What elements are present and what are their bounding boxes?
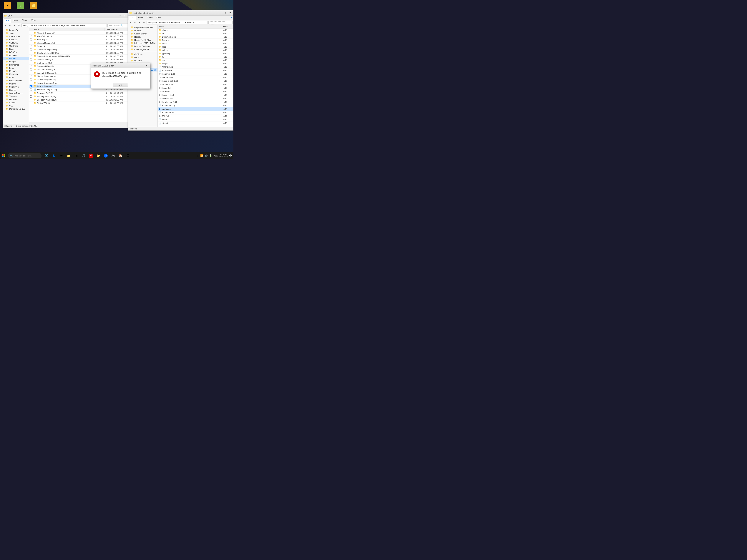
sidebar-item-lbthemes[interactable]: 📁 LBThemes (3, 63, 29, 66)
desktop-icon-folder[interactable]: 📁 (28, 2, 39, 9)
file-row-mednafenlck[interactable]: 📄mednafen.lck 4/11 (158, 111, 233, 114)
ok-button[interactable]: OK (113, 83, 128, 87)
taskbar-icon-cortana[interactable] (43, 152, 50, 159)
close-btn-mednafen[interactable]: ✕ (228, 11, 232, 15)
col-header-date-mednafen[interactable]: Date (222, 25, 233, 28)
tab-share-usa[interactable]: Share (20, 18, 29, 23)
sidebar-item-logs[interactable]: 📁 Logs (3, 66, 29, 70)
tray-expand[interactable]: ▲ (197, 155, 199, 157)
taskbar-icon-edge[interactable] (50, 152, 57, 159)
file-row-area51[interactable]: 📁Area 51(US) 4/11/2020 2:56 AM (29, 38, 132, 41)
sidebar-item-music[interactable]: 📁 Music (3, 76, 29, 79)
taskbar-icon-app2[interactable]: 📂 (95, 152, 102, 159)
sidebar-item-scummvm[interactable]: 📁 ScummVM (3, 85, 29, 88)
sidebar-item-holiday[interactable]: 📁 Holiday (128, 35, 157, 38)
sidebar-item-dragonball[interactable]: 📁 dragonball super sea... (128, 26, 157, 29)
sidebar-item-startupthemes[interactable]: 📁 StartupThemes (3, 91, 29, 95)
checkbox-marvel[interactable] (29, 75, 33, 77)
file-row-shining[interactable]: 📁Shining Wisdom(US) 4/11/2020 2:54 AM (29, 95, 132, 98)
tab-share-mednafen[interactable]: Share (145, 16, 154, 20)
file-row-blazing[interactable]: 📁Blazing Dragons(US) 4/11/2020 2:56 AM (29, 41, 132, 45)
maximize-btn-usa[interactable]: □ (123, 14, 127, 18)
col-header-name-mednafen[interactable]: Name (158, 25, 222, 28)
checkbox-albert[interactable] (29, 32, 33, 34)
sidebar-item-cdrdao[interactable]: 📁 CDRDAO (3, 41, 29, 44)
checkbox-legend[interactable] (29, 72, 33, 74)
file-row-stderr[interactable]: 📄stderr 4/11 (158, 118, 233, 122)
checkbox-residentnrg[interactable] (29, 88, 33, 91)
file-row-libiconv[interactable]: ⚙libiconv-2.dll 4/11 (158, 83, 233, 86)
file-row-striker[interactable]: 📁Striker '96(US) 4/11/2020 2:56 AM (29, 102, 132, 105)
sidebar-item-firmware-parent[interactable]: 📁 firmware (128, 29, 157, 32)
checkbox-striker[interactable] (29, 102, 33, 104)
file-row-ru[interactable]: 📁ru 4/11 (158, 55, 233, 58)
notification-icon[interactable]: 💬 (229, 154, 232, 157)
sidebar-item-goblinslayer[interactable]: 📁 Goblin Slayer (128, 32, 157, 35)
titlebar-usa[interactable]: 📁 USA ─ □ ✕ (3, 13, 132, 18)
tab-home-mednafen[interactable]: Home (136, 16, 145, 20)
up-btn-usa[interactable]: ▲ (12, 24, 16, 27)
taskbar-icon-mail[interactable]: ✉ (58, 152, 65, 159)
desktop-icon-utorrent[interactable]: μ (15, 2, 26, 9)
file-row-mednafen-exe[interactable]: ⚙mednafen 4/11 (158, 107, 233, 111)
sidebar-item-sounds[interactable]: 📁 Sounds (3, 88, 29, 91)
file-row-mcs[interactable]: 📁mcs 4/11 (158, 45, 233, 49)
sidebar-item-data-r[interactable]: 📁 Data (128, 56, 157, 59)
dialog-close-btn[interactable]: ✕ (144, 64, 148, 68)
tab-view-mednafen[interactable]: View (154, 16, 162, 20)
file-row-snaps[interactable]: 📁snaps 4/11 (158, 62, 233, 65)
search-box-mednafen[interactable]: Search mednafen-1.21... (208, 21, 233, 24)
checkbox-resident[interactable] (29, 92, 33, 94)
checkbox-skeleton[interactable] (29, 99, 33, 101)
file-row-pgconfig[interactable]: 📁pgconfig 4/11 (158, 52, 233, 55)
checkbox-corpse[interactable] (29, 55, 33, 57)
checkbox-diehard[interactable] (29, 69, 33, 71)
taskbar-icon-store[interactable]: 🛍 (73, 152, 80, 159)
tab-file-usa[interactable]: File (4, 18, 11, 23)
file-row-libcharset[interactable]: ⚙libcharset-1.dll 4/11 (158, 72, 233, 76)
file-row-skeleton[interactable]: 📁Skeleton Warriors(US) 4/11/2020 2:55 AM (29, 98, 132, 102)
file-row-libflac[interactable]: ⚙libFLAC-8.dll 4/11 (158, 76, 233, 79)
sidebar-item-plugins[interactable]: 📁 Plugins (3, 82, 29, 85)
tab-file-mednafen[interactable]: File (129, 16, 136, 20)
file-row-sdl2[interactable]: ⚙SDL2.dll 4/12 (158, 114, 233, 118)
checkbox-christmas[interactable] (29, 49, 33, 51)
file-row-firmware[interactable]: 📁firmware 4/11 (158, 38, 233, 42)
dialog-titlebar[interactable]: Mednafen(1.21.3) Error ✕ (91, 63, 150, 68)
sidebar-item-themes[interactable]: 📁 Themes (3, 95, 29, 98)
sidebar-item-cefsharp[interactable]: 📁 CefSharp (3, 44, 29, 47)
sidebar-item-backups[interactable]: 📁 Backups (3, 38, 29, 41)
scrollbar-horizontal-usa[interactable] (29, 122, 132, 124)
tab-home-usa[interactable]: Home (11, 18, 20, 23)
taskbar-icon-app5[interactable]: 🏠 (117, 152, 124, 159)
sidebar-item-mameroms[interactable]: 📁 Mame ROMs 183 (3, 107, 29, 110)
titlebar-mednafen[interactable]: 📁 mednafen-1.21.3-win64 ─ □ ✕ (128, 10, 233, 16)
file-row-albert[interactable]: 📁Albert Odyssey(US) 4/11/2020 2:56 AM (29, 31, 132, 35)
sidebar-item-dosbox[interactable]: 📁 DOSBox (3, 51, 29, 54)
sidebar-item-videos[interactable]: 📁 Videos (3, 101, 29, 104)
file-row-sav[interactable]: 📁sav 4/11 (158, 58, 233, 62)
minimize-btn-mednafen[interactable]: ─ (219, 11, 223, 15)
sidebar-item-iseeyou[interactable]: 📁 I See You 2019 HDRip... (128, 42, 157, 45)
file-row-mcm[interactable]: 📁mcm 4/11 (158, 42, 233, 45)
file-row-clockwork[interactable]: 📁Clockwork Knight 2(US) 4/11/2020 2:53 A… (29, 51, 132, 55)
clock[interactable]: 7:16 PM 4/12/2020 (220, 154, 228, 158)
address-path-mednafen[interactable]: > easystore > emulator > mednafen-1.21.3… (147, 21, 208, 24)
file-row-darius[interactable]: 📁Darius Gaiden(US) 4/11/2020 2:53 AM (29, 58, 132, 61)
sidebar-item-howiet[interactable]: 📁 Howie T's XS Max (128, 38, 157, 42)
col-header-name-usa[interactable]: Name (33, 28, 104, 31)
sidebar-item-pausethemes[interactable]: 📁 PauseThemes (3, 79, 29, 82)
file-row-libgcc[interactable]: ⚙libgcc_s_seh-1.dll 4/11 (158, 79, 233, 83)
sidebar-item-impactor[interactable]: 📁 Impactor_0.9.51 (128, 48, 157, 51)
checkbox-panzersag[interactable] (29, 79, 33, 81)
checkbox-clockwork[interactable] (29, 52, 33, 54)
up-btn-mednafen[interactable]: ▲ (138, 21, 141, 24)
taskbar-icon-app6[interactable]: 🗔 (125, 152, 132, 159)
file-row-christmas[interactable]: 📁Christmas Nights(US) 4/11/2020 2:53 AM (29, 48, 132, 51)
help-btn-mednafen[interactable]: ? (230, 16, 233, 20)
checkbox-alien[interactable] (29, 35, 33, 37)
file-row-palettes[interactable]: 📁palettes 4/11 (158, 49, 233, 52)
checkbox-panzerzwe[interactable] (29, 82, 33, 84)
file-row-changelog[interactable]: 📄ChangeLog 4/11 (158, 65, 233, 69)
desktop-icon-todo[interactable]: ✓ (2, 2, 13, 9)
